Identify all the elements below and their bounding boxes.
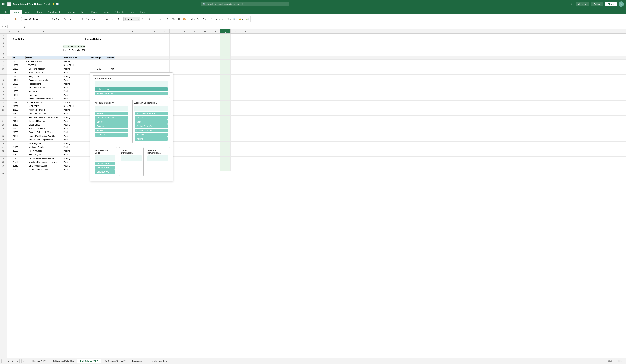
- current-liabilities-chip[interactable]: Current Liabilities: [135, 129, 168, 132]
- strikethrough-button[interactable]: S̶: [79, 16, 85, 22]
- tab-share[interactable]: Share: [33, 10, 44, 14]
- text-color-button[interactable]: A▼: [85, 16, 90, 22]
- cronus-us-chip[interactable]: CRONUS-US: [95, 170, 115, 174]
- font-family-input[interactable]: [21, 17, 43, 21]
- format-table-button[interactable]: ▦▼: [177, 16, 183, 22]
- sheet-tab-by-business-unit-lcy[interactable]: By Business Unit (LCY): [49, 359, 77, 364]
- currency-button[interactable]: $▼: [141, 16, 146, 22]
- col-header-g[interactable]: G: [115, 30, 125, 33]
- col-header-k[interactable]: K: [159, 30, 169, 33]
- sub-assets-chip[interactable]: Assets: [135, 116, 168, 120]
- tab-home[interactable]: Home: [10, 10, 22, 14]
- decimal-increase-button[interactable]: .0→: [158, 16, 163, 22]
- col-header-o[interactable]: O: [200, 30, 210, 33]
- settings-icon[interactable]: ⚙: [571, 2, 574, 6]
- tab-page-layout[interactable]: Page Layout: [45, 10, 63, 14]
- tab-nav-last[interactable]: ⏭: [16, 359, 20, 363]
- equity-chip[interactable]: Equity: [95, 120, 128, 124]
- spreadsheet-title-cell[interactable]: Trial Balance (ACY): [12, 37, 25, 41]
- cash-chip[interactable]: Cash: [135, 120, 168, 124]
- table-row[interactable]: 10001ASSETSBegin-Total: [7, 63, 626, 67]
- accounts-receivable-chip[interactable]: Accounts Receivable: [135, 112, 168, 115]
- underline-button[interactable]: U: [74, 16, 79, 22]
- q4-selected[interactable]: [220, 45, 231, 48]
- cost-of-goods-sold-chip[interactable]: Cost of Goods Sold: [95, 116, 128, 120]
- col-header-t[interactable]: T: [251, 30, 261, 33]
- tab-menu-button[interactable]: ☰: [21, 359, 25, 363]
- undo-button[interactable]: ↩: [2, 16, 7, 22]
- font-shrink-button[interactable]: A▼: [56, 16, 60, 22]
- sheet-tab-trial-balance-acy[interactable]: Trial Balance (ACY): [77, 359, 102, 363]
- delete-cells-button[interactable]: ⊖▼: [196, 16, 202, 22]
- bold-button[interactable]: B: [62, 16, 68, 22]
- align-left-button[interactable]: ≡: [104, 16, 110, 22]
- tab-nav-next[interactable]: ▶: [11, 359, 15, 363]
- col-header-f[interactable]: F: [102, 30, 115, 33]
- balance-sheet-chip[interactable]: Balance Sheet: [95, 87, 168, 91]
- col-header-s[interactable]: S: [241, 30, 251, 33]
- col-header-l[interactable]: L: [169, 30, 180, 33]
- italic-button[interactable]: I: [68, 16, 73, 22]
- decimal-decrease-button[interactable]: ←.0: [164, 16, 169, 22]
- sub-expense-chip[interactable]: Expense: [135, 133, 168, 137]
- sheet-tab-by-business-unit-acy[interactable]: By Business Unit (ACY): [102, 359, 129, 364]
- cronus-mx-chip[interactable]: CRONUS-MX: [95, 166, 115, 170]
- clipboard-button[interactable]: 📋: [14, 16, 19, 22]
- account-subcategory-search[interactable]: [134, 106, 168, 111]
- zoom-controls[interactable]: — 100% +: [615, 360, 625, 362]
- number-format-select[interactable]: General Number Currency: [123, 17, 140, 21]
- col-header-m[interactable]: M: [180, 30, 190, 33]
- sum-button[interactable]: Σ▼: [210, 16, 215, 22]
- col-header-c[interactable]: C: [25, 30, 63, 33]
- col-header-e[interactable]: E: [85, 30, 102, 33]
- analyze-button[interactable]: 📊: [244, 16, 250, 22]
- tab-help[interactable]: Help: [127, 10, 137, 14]
- sub-income-chip[interactable]: Income: [135, 137, 168, 141]
- sheet-tab-business-units[interactable]: BusinessUnits: [129, 359, 148, 364]
- font-size-input[interactable]: [43, 17, 51, 21]
- conditional-format-button[interactable]: 🎨▼: [183, 16, 188, 22]
- sensitivity-button[interactable]: 🔒▼: [238, 16, 244, 22]
- col-header-d[interactable]: D: [63, 30, 85, 33]
- search-bar[interactable]: 🔍 Search for tools, help, and more (Alt …: [201, 2, 289, 6]
- insert-cells-button[interactable]: ⊕▼: [191, 16, 196, 22]
- add-sheet-button[interactable]: +: [170, 359, 175, 364]
- col-header-h[interactable]: H: [125, 30, 139, 33]
- cronus-ca-chip[interactable]: CRONUS-CA: [95, 162, 115, 165]
- sheet-tab-trial-balance-lcy[interactable]: Trial Balance (LCY): [26, 359, 49, 364]
- account-category-search[interactable]: [95, 106, 128, 111]
- tab-insert[interactable]: Insert: [22, 10, 33, 14]
- col-header-j[interactable]: J: [149, 30, 159, 33]
- col-header-r[interactable]: R: [231, 30, 241, 33]
- tab-draw[interactable]: Draw: [137, 10, 148, 14]
- table-row[interactable]: 10000 BALANCE SHEET Heading: [7, 60, 626, 63]
- grid[interactable]: 1 2 3 4 5 6 7 8 9 10 11 12 13 14 15 16 1…: [0, 34, 626, 358]
- table-row[interactable]: 10100Checking accountPosting0.000.00: [7, 67, 626, 71]
- sub-cost-goods-chip[interactable]: Cost of Goods Sold: [135, 124, 168, 128]
- col-header-i[interactable]: I: [139, 30, 149, 33]
- col-header-a[interactable]: A: [7, 30, 12, 33]
- share-button[interactable]: Share: [605, 2, 617, 6]
- sheet-tab-trial-balance-data[interactable]: TrialBalanceData: [148, 359, 170, 364]
- tab-nav-first[interactable]: ⏮: [1, 359, 5, 363]
- fill-button[interactable]: ⬇▼: [215, 16, 221, 22]
- tab-automate[interactable]: Automate: [112, 10, 127, 14]
- tab-nav-prev[interactable]: ◀: [6, 359, 10, 363]
- tab-data[interactable]: Data: [78, 10, 88, 14]
- income-balance-search[interactable]: [95, 81, 168, 87]
- comma-button[interactable]: ,: [152, 16, 158, 22]
- sort-button[interactable]: ⇅▼: [227, 16, 233, 22]
- redo-button[interactable]: ↪: [8, 16, 13, 22]
- col-header-n[interactable]: N: [190, 30, 200, 33]
- catch-up-button[interactable]: Catch up: [576, 2, 589, 6]
- shortcut-dim2-search[interactable]: [148, 155, 168, 161]
- col-header-q[interactable]: Q: [220, 30, 231, 33]
- col-header-p[interactable]: P: [210, 30, 220, 33]
- tab-file[interactable]: File: [1, 10, 10, 14]
- shortcut-dim1-search[interactable]: [121, 155, 142, 161]
- clear-button[interactable]: ✕▼: [221, 16, 227, 22]
- tab-review[interactable]: Review: [88, 10, 101, 14]
- highlight-button[interactable]: 🖊▼: [91, 16, 96, 22]
- assets-chip[interactable]: Assets: [95, 112, 128, 115]
- income-statement-chip[interactable]: Income Statement: [95, 92, 168, 95]
